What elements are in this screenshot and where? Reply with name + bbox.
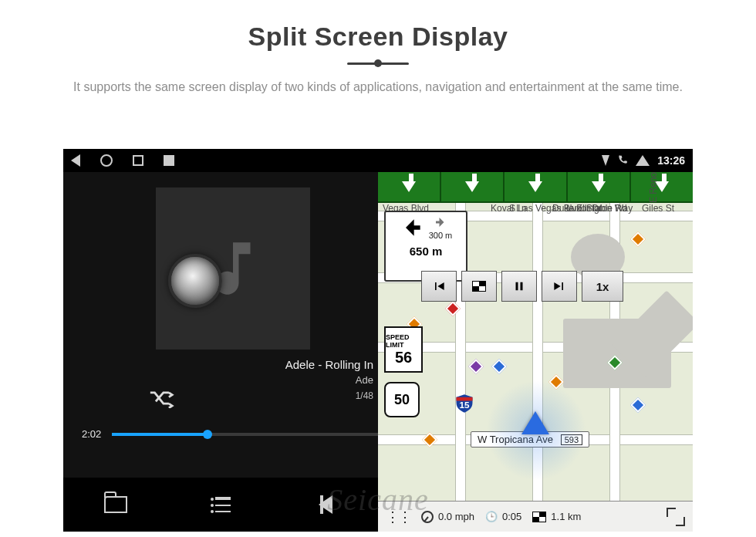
wifi-icon [636,155,650,166]
lane-guidance-bar [378,172,693,203]
maneuver-sub-distance: 300 m [429,231,453,240]
progress-thumb[interactable] [203,430,212,439]
nav-route-button[interactable] [461,271,497,302]
play-disc-button[interactable] [168,254,222,308]
lane-5 [631,172,693,201]
fullscreen-icon[interactable] [667,508,685,526]
arrow-down-icon [592,181,606,192]
poi-marker[interactable] [491,359,507,374]
track-title: Adele - Rolling In [63,357,373,373]
clock: 13:26 [657,154,685,167]
speed-readout: 0.0 mph [421,511,474,523]
track-info: Adele - Rolling In Ade 1/48 [63,357,378,404]
speed-limit-sign: SPEED LIMIT 56 [384,326,423,373]
checkered-flag-icon [472,281,486,292]
poi-marker[interactable] [630,231,646,247]
gauge-icon [421,511,434,523]
music-pane: Adele - Rolling In Ade 1/48 2:02 [63,172,378,532]
gallery-icon[interactable] [164,155,174,166]
shuffle-icon[interactable] [148,388,174,414]
route-shield: 50 [384,382,420,417]
recent-icon[interactable] [133,155,143,166]
vehicle-arrow-icon [521,411,549,434]
street-luxor: Luxor Dr [566,203,602,214]
checkered-flag-icon [532,512,546,522]
nav-pause-button[interactable] [501,271,537,302]
distance-readout: 1.1 km [532,511,581,522]
poi-marker[interactable] [468,359,484,374]
maneuver-distance: 650 m [410,245,443,258]
street-giles: Giles St [642,203,674,214]
progress-track[interactable] [112,433,378,436]
turn-left-icon [400,215,424,240]
device-screenshot: 13:26 Adele - Rolling In Ade 1/48 2:02 [63,149,693,532]
speed-limit-caption: SPEED LIMIT [386,333,421,349]
android-statusbar: 13:26 [63,149,693,172]
lane-3 [505,172,568,201]
track-artist: Ade [63,373,373,388]
arrow-down-icon [465,181,479,192]
speed-limit-value: 56 [395,349,412,366]
page-title: Split Screen Display [0,22,756,52]
progress-fill [112,433,208,436]
nav-speed-button[interactable]: 1x [582,271,623,302]
navigation-pane: S Las Vegas Blvd Koval Ln Duke Ellington… [378,172,693,532]
svg-text:15: 15 [460,400,470,410]
lane-2 [441,172,505,201]
location-pin-icon [602,155,609,166]
street-reno: E Reno Ave [648,172,659,203]
lane-4 [568,172,631,201]
poi-marker[interactable] [630,397,646,413]
arrow-down-icon [402,181,416,192]
nav-prev-button[interactable] [421,271,457,302]
progress-bar[interactable]: 2:02 [82,428,378,440]
arrow-down-icon [528,181,542,192]
menu-dots-icon[interactable]: ⋮⋮ [386,508,410,525]
turn-right-small-icon [434,215,447,229]
clock-icon: 🕒 [485,511,498,522]
previous-button[interactable] [309,488,342,521]
elapsed-time: 2:02 [82,428,101,440]
title-underline [347,62,409,65]
nav-footer: ⋮⋮ 0.0 mph 🕒 0:05 1.1 km [378,501,693,532]
nav-media-controls: 1x [421,271,623,302]
folder-button[interactable] [100,488,132,521]
music-bottom-bar [63,478,378,532]
track-index: 1/48 [63,388,373,404]
home-icon[interactable] [100,154,113,167]
eta-readout: 🕒 0:05 [485,511,521,522]
page-subtitle: It supports the same screen display of t… [39,79,717,96]
back-icon[interactable] [71,154,80,167]
playlist-button[interactable] [204,488,237,521]
lane-1 [378,172,441,201]
street-koval: Koval Ln [491,203,527,214]
interstate-shield-icon: 15 [454,393,475,414]
nav-next-button[interactable] [542,271,577,302]
phone-icon [617,154,628,167]
